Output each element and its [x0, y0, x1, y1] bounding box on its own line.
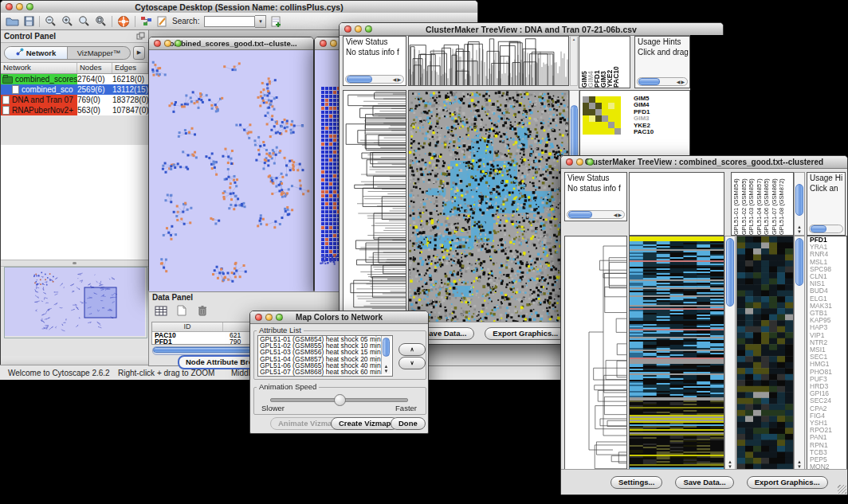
vscroll-arrows-icon[interactable]: ▲▼	[795, 225, 804, 234]
matrix-cell[interactable]	[595, 109, 602, 115]
speed-slider[interactable]	[270, 398, 408, 402]
map-colors-dialog[interactable]: Map Colors to Network Attribute List GPL…	[249, 311, 429, 434]
move-down-button[interactable]: ∨	[398, 357, 426, 369]
help-lifering-icon[interactable]	[117, 14, 130, 29]
search-input[interactable]	[204, 16, 255, 27]
close-button[interactable]	[154, 40, 161, 47]
matrix-cell[interactable]	[602, 109, 608, 115]
matrix-cell[interactable]	[614, 128, 621, 135]
dialog-titlebar[interactable]: Map Colors to Network	[250, 311, 428, 324]
resize-grip-icon[interactable]	[838, 485, 846, 494]
zoom-button[interactable]	[587, 158, 594, 166]
tv2-zoom-vscrollbar[interactable]: ▲▼	[794, 236, 805, 471]
matrix-cell[interactable]	[595, 122, 602, 128]
done-button[interactable]: Done	[391, 417, 426, 430]
zoom-fit-icon[interactable]	[95, 14, 107, 29]
tv2-column-label[interactable]: GPL51-02 (GSM855)	[740, 173, 748, 235]
network-list-row[interactable]: DNA and Tran 07769(0)183728(0)	[1, 95, 148, 105]
tv1-heatmap[interactable]	[408, 90, 569, 323]
move-up-button[interactable]: ∧	[398, 343, 426, 356]
tv1-column-label[interactable]: GIM5	[581, 37, 587, 88]
save-icon[interactable]	[24, 14, 34, 29]
attribute-list-vscrollbar[interactable]: ▲▼	[381, 336, 391, 374]
tv1-hints-hscrollbar[interactable]: ◀▶	[637, 77, 688, 86]
trash-icon[interactable]	[194, 303, 211, 318]
minimize-button[interactable]	[330, 40, 337, 47]
tab-vizmapper[interactable]: VizMapper™	[67, 47, 130, 59]
overview-canvas[interactable]	[5, 268, 145, 336]
tv2-hints-hscrollbar[interactable]	[809, 225, 843, 233]
vscroll-thumb[interactable]	[795, 238, 803, 286]
network-list-row[interactable]: combined_sco2569(6)13112(15)	[1, 84, 148, 95]
matrix-cell[interactable]	[614, 122, 621, 128]
hscroll-arrows-icon[interactable]: ◀▶	[614, 212, 624, 217]
matrix-cell[interactable]	[608, 122, 614, 128]
matrix-cell[interactable]	[595, 128, 602, 135]
matrix-cell[interactable]	[602, 103, 608, 109]
vscroll-arrows-icon[interactable]: ▲▼	[795, 459, 804, 469]
close-button[interactable]	[320, 40, 327, 47]
zoom-in-icon[interactable]	[61, 14, 73, 29]
matrix-cell[interactable]	[608, 103, 614, 109]
tv2-settings-button[interactable]: Settings...	[610, 476, 662, 489]
minimize-button[interactable]	[164, 40, 171, 47]
tv1-column-label[interactable]: GIM4	[587, 37, 594, 88]
tv1-column-label[interactable]: PFD1	[594, 37, 600, 88]
network-list-row[interactable]: RNAPuberNov2+563(0)107847(0)	[1, 105, 148, 115]
matrix-cell[interactable]	[589, 96, 595, 103]
panel-divider[interactable]	[1, 260, 148, 267]
hscroll-arrows-icon[interactable]: ◀▶	[393, 76, 403, 82]
matrix-cell[interactable]	[589, 103, 595, 109]
vscroll-arrows-icon[interactable]: ▲▼	[382, 364, 391, 373]
vizmapper-icon[interactable]	[140, 14, 152, 29]
tv2-column-label[interactable]: GPL51-03 (GSM856)	[748, 173, 756, 235]
zoom-out-icon[interactable]	[45, 14, 57, 29]
close-button[interactable]	[255, 314, 262, 321]
tv2-column-label[interactable]: GPL51-08 (GSM872)	[778, 173, 786, 235]
main-titlebar[interactable]: Cytoscape Desktop (Session Name: collins…	[1, 1, 477, 14]
network-canvas[interactable]	[149, 50, 313, 292]
tv2-heatmap[interactable]	[629, 236, 724, 471]
vscroll-arrows-icon[interactable]: ▲▼	[725, 459, 735, 469]
matrix-cell[interactable]	[595, 103, 602, 109]
matrix-cell[interactable]	[608, 115, 614, 122]
tv2-save-data-button[interactable]: Save Data...	[675, 476, 733, 489]
float-panel-icon[interactable]	[136, 32, 145, 41]
minimize-button[interactable]	[16, 3, 23, 10]
matrix-cell[interactable]	[614, 96, 621, 103]
tv2-labels-vscrollbar[interactable]: ▲▼	[794, 172, 805, 236]
matrix-cell[interactable]	[583, 96, 589, 103]
tv1-column-label[interactable]: GIM3	[600, 37, 607, 88]
matrix-cell[interactable]	[589, 109, 595, 115]
treeview1-titlebar[interactable]: ClusterMaker TreeView : DNA and Tran 07-…	[340, 23, 723, 36]
tab-overflow-button[interactable]: ▶	[133, 46, 145, 60]
network-overview[interactable]	[4, 267, 147, 338]
tv2-heatmap-canvas[interactable]	[630, 236, 724, 470]
search-dropdown-button[interactable]: ▼	[255, 15, 266, 28]
tv1-heatmap-canvas[interactable]	[409, 91, 568, 322]
matrix-cell[interactable]	[595, 96, 602, 103]
attribute-list[interactable]: GPL51-01 (GSM854) heat shock 05 minGPL51…	[257, 335, 393, 377]
matrix-cell[interactable]	[589, 115, 595, 122]
tv2-export-graphics-button[interactable]: Export Graphics...	[747, 476, 828, 489]
matrix-cell[interactable]	[608, 109, 614, 115]
column-header-nodes[interactable]: Nodes	[77, 63, 112, 73]
network-view-window[interactable]: combined_scores_good.txt--cluste...	[148, 37, 314, 291]
matrix-cell[interactable]	[602, 122, 608, 128]
treeview2-titlebar[interactable]: ClusterMaker TreeView : combined_scores_…	[561, 156, 847, 169]
matrix-cell[interactable]	[614, 109, 621, 115]
tv1-status-hscrollbar[interactable]: ◀▶	[345, 75, 404, 84]
column-header-edges[interactable]: Edges	[112, 63, 148, 73]
minimize-button[interactable]	[355, 25, 362, 33]
tv2-zoom-canvas[interactable]	[737, 236, 793, 470]
annotation-icon[interactable]	[157, 14, 167, 29]
zoom-button[interactable]	[26, 3, 33, 10]
matrix-cell[interactable]	[583, 115, 589, 122]
minimize-button[interactable]	[265, 314, 273, 321]
new-document-icon[interactable]	[173, 303, 190, 318]
tv2-column-label[interactable]: GPL51-07 (GSM868)	[771, 173, 779, 235]
matrix-cell[interactable]	[602, 96, 608, 103]
tv2-zoom-heatmap[interactable]	[736, 236, 794, 471]
id-column-header[interactable]: ID	[152, 322, 223, 331]
tv1-row-dendrogram[interactable]	[343, 90, 406, 323]
